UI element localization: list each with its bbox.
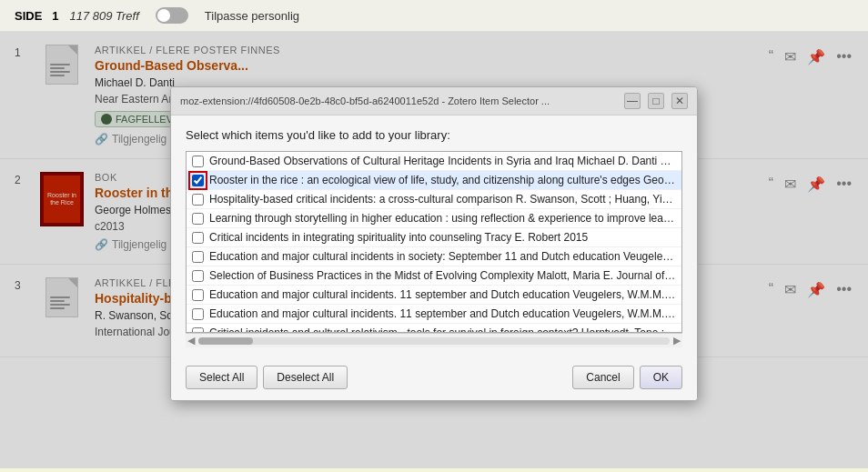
checkbox-label-7: Selection of Business Practices in the M… (209, 269, 676, 282)
zotero-body: Select which items you'd like to add to … (171, 115, 697, 357)
checkbox-2[interactable] (192, 175, 204, 186)
checkbox-7[interactable] (192, 270, 204, 282)
checkbox-8[interactable] (192, 289, 204, 301)
zotero-footer: Select All Deselect All Cancel OK (171, 357, 697, 400)
hscroll-area[interactable]: ◀ ▶ (186, 333, 682, 347)
deselect-all-button[interactable]: Deselect All (263, 366, 348, 389)
checkbox-item-4[interactable]: Learning through storytelling in higher … (187, 209, 681, 228)
checkbox-label-2: Rooster in the rice : an ecological view… (209, 174, 676, 186)
minimize-btn[interactable]: — (624, 93, 641, 109)
main-content: 1 ARTIKKEL / flere poster finnes Ground-… (0, 32, 868, 468)
checkbox-label-10: Critical incidents and cultural relativi… (209, 326, 676, 333)
checkbox-item-8[interactable]: Education and major cultural incidents. … (187, 286, 681, 305)
checkbox-item-10[interactable]: Critical incidents and cultural relativi… (187, 324, 681, 333)
checkbox-item-9[interactable]: Education and major cultural incidents. … (187, 305, 681, 324)
checkbox-6[interactable] (192, 251, 204, 263)
personlig-toggle[interactable] (156, 7, 188, 24)
titlebar-controls: — □ ✕ (624, 93, 688, 109)
checkbox-4[interactable] (192, 213, 204, 225)
close-btn[interactable]: ✕ (671, 93, 688, 109)
checkbox-label-8: Education and major cultural incidents. … (209, 288, 676, 301)
restore-btn[interactable]: □ (648, 93, 664, 109)
hscroll-track (198, 337, 670, 345)
zotero-title: moz-extension://4fd60508-0e2b-48c0-bf5d-… (180, 95, 617, 106)
checkbox-list[interactable]: Ground-Based Observations of Cultural He… (186, 151, 682, 333)
checkbox-label-6: Education and major cultural incidents i… (209, 250, 676, 263)
side-label: SIDE 1 (15, 9, 58, 23)
modal-overlay: moz-extension://4fd60508-0e2b-48c0-bf5d-… (0, 32, 868, 468)
checkbox-item-6[interactable]: Education and major cultural incidents i… (187, 247, 681, 266)
checkbox-1[interactable] (192, 156, 204, 167)
checkbox-label-9: Education and major cultural incidents. … (209, 307, 676, 320)
checkbox-label-4: Learning through storytelling in higher … (209, 212, 676, 225)
checkbox-label-1: Ground-Based Observations of Cultural He… (209, 155, 676, 167)
checkbox-3[interactable] (192, 194, 204, 206)
checkbox-item-2[interactable]: Rooster in the rice : an ecological view… (187, 171, 681, 190)
checkbox-item-1[interactable]: Ground-Based Observations of Cultural He… (187, 152, 681, 171)
ok-button[interactable]: OK (640, 366, 682, 389)
select-all-button[interactable]: Select All (186, 366, 257, 389)
checkbox-label-5: Critical incidents in integrating spirit… (209, 231, 588, 244)
checkbox-item-7[interactable]: Selection of Business Practices in the M… (187, 266, 681, 286)
checkbox-9[interactable] (192, 308, 204, 320)
checkbox-item-5[interactable]: Critical incidents in integrating spirit… (187, 228, 681, 247)
checkbox-label-3: Hospitality-based critical incidents: a … (209, 193, 676, 206)
top-bar: SIDE 1 117 809 Treff Tilpasse personlig (0, 0, 868, 32)
hscroll-thumb (198, 337, 253, 345)
zotero-prompt: Select which items you'd like to add to … (186, 128, 682, 142)
zotero-titlebar: moz-extension://4fd60508-0e2b-48c0-bf5d-… (171, 87, 697, 115)
personlig-label: Tilpasse personlig (205, 9, 299, 23)
zotero-modal: moz-extension://4fd60508-0e2b-48c0-bf5d-… (170, 86, 698, 401)
footer-left: Select All Deselect All (186, 366, 348, 389)
checkbox-5[interactable] (192, 232, 204, 244)
footer-right: Cancel OK (572, 366, 682, 389)
checkbox-item-3[interactable]: Hospitality-based critical incidents: a … (187, 190, 681, 209)
cancel-button[interactable]: Cancel (572, 366, 633, 389)
hits-count: 117 809 Treff (69, 9, 138, 23)
